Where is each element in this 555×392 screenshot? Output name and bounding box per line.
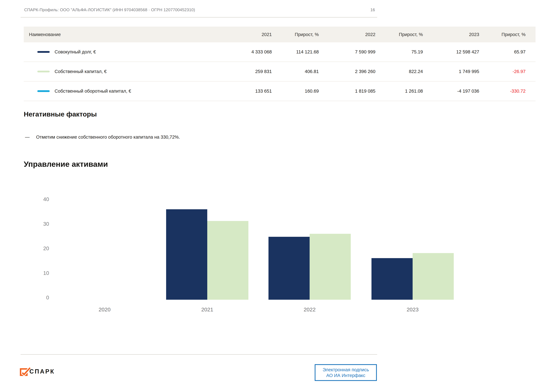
chart-bar: [310, 234, 351, 300]
x-axis-category-label: 2021: [188, 306, 226, 313]
column-header-growth-1: Прирост, %: [295, 27, 319, 42]
table-cell: 259 831: [255, 62, 272, 81]
chart-bar: [269, 237, 310, 300]
table-cell: 2 396 260: [355, 62, 375, 81]
column-header-2023: 2023: [469, 27, 479, 42]
table-cell: 1 819 085: [355, 82, 375, 101]
table-row: Собственный оборотный капитал, €133 6511…: [24, 82, 535, 101]
y-axis-tick-label: 10: [17, 270, 49, 276]
table-cell: 7 590 999: [355, 42, 375, 62]
y-axis-tick-label: 0: [17, 295, 49, 301]
chart-bar: [413, 253, 454, 300]
negative-factors-heading: Негативные факторы: [24, 110, 97, 118]
row-label: Собственный оборотный капитал, €: [55, 82, 131, 101]
row-label: Совокупный долг, €: [55, 42, 96, 62]
column-header-2022: 2022: [365, 27, 375, 42]
column-header-2021: 2021: [262, 27, 272, 42]
chart-bar: [372, 258, 413, 300]
doc-title: СПАРК-Профиль: ООО "АЛЬФА-ЛОГИСТИК" (ИНН…: [24, 7, 195, 12]
table-cell: 65.97: [514, 42, 526, 62]
x-axis-category-label: 2020: [86, 306, 124, 313]
bullet-text: Отметим снижение собственного оборотного…: [36, 135, 180, 140]
table-cell: 160.69: [305, 82, 319, 101]
legend-swatch-icon: [37, 51, 50, 53]
x-axis-category-label: 2023: [394, 306, 431, 313]
table-cell: 4 333 068: [251, 42, 272, 62]
table-cell: 822.24: [409, 62, 423, 81]
bullet-marker: —: [25, 135, 29, 140]
y-axis-tick-label: 40: [17, 196, 49, 202]
legend-swatch-icon: [37, 90, 50, 92]
header-divider: [21, 17, 377, 18]
footer-divider: [21, 354, 377, 355]
table-row: Совокупный долг, €4 333 068114 121.687 5…: [24, 42, 535, 62]
signature-line1: Электронная подпись: [323, 367, 369, 373]
table-cell: 12 598 427: [456, 42, 479, 62]
table-cell: 75.19: [411, 42, 423, 62]
column-header-growth-3: Прирост, %: [502, 27, 526, 42]
column-header-name: Наименование: [29, 27, 61, 42]
table-header-row: Наименование 2021 Прирост, % 2022 Прирос…: [24, 27, 535, 42]
table-cell: -330.72: [510, 82, 526, 101]
asset-management-heading: Управление активами: [24, 160, 108, 169]
electronic-signature-button[interactable]: Электронная подпись АО ИА Интерфакс: [315, 364, 377, 381]
table-cell: 133 651: [255, 82, 272, 101]
legend-swatch-icon: [37, 71, 50, 72]
y-axis-tick-label: 20: [17, 245, 49, 251]
y-axis-tick-label: 30: [17, 221, 49, 227]
table-body: Совокупный долг, €4 333 068114 121.687 5…: [24, 42, 535, 101]
chart-bar: [207, 221, 248, 300]
x-axis-category-label: 2022: [291, 306, 329, 313]
table-cell: 406.81: [305, 62, 319, 81]
spark-logo-text: СПАРК: [29, 368, 55, 375]
table-cell: -26.97: [513, 62, 526, 81]
row-label: Собственный капитал, €: [55, 62, 107, 81]
table-cell: -4 197 036: [457, 82, 479, 101]
table-cell: 1 261.08: [405, 82, 423, 101]
financial-table: Наименование 2021 Прирост, % 2022 Прирос…: [24, 27, 535, 101]
page-number: 16: [362, 7, 375, 12]
table-cell: 114 121.68: [296, 42, 319, 62]
column-header-growth-2: Прирост, %: [399, 27, 423, 42]
signature-line2: АО ИА Интерфакс: [326, 373, 365, 378]
chart-bar: [166, 209, 207, 300]
report-page: СПАРК-Профиль: ООО "АЛЬФА-ЛОГИСТИК" (ИНН…: [0, 0, 555, 392]
table-row: Собственный капитал, €259 831406.812 396…: [24, 62, 535, 82]
table-cell: 1 749 995: [459, 62, 479, 81]
